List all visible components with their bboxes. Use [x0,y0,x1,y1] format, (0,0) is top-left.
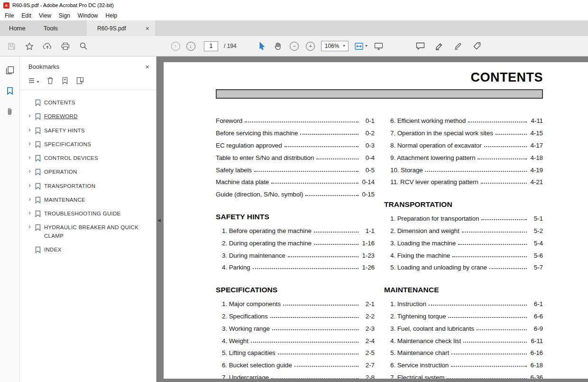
bookmarks-panel-icon[interactable] [7,87,13,95]
toc-entry-page: 1-23 [360,252,375,259]
select-tool-icon[interactable] [257,39,268,53]
toc-entry-title: 1. Preparation for transportation [390,215,479,222]
fit-width-icon[interactable]: ▾ [353,39,368,53]
expand-bookmark-icon[interactable] [76,77,84,84]
bookmark-list: CONTENTS›FOREWORD›SAFETY HINTS›SPECIFICA… [20,90,156,382]
chevron-right-icon[interactable]: › [27,196,32,202]
highlight-icon[interactable] [433,39,445,53]
sign-pen-icon[interactable] [452,39,464,53]
chevron-right-icon[interactable]: › [27,127,32,133]
toc-entry: 4. Maintenance check list6-11 [384,332,543,345]
page-thumbnails-icon[interactable] [6,66,14,75]
delete-bookmark-icon[interactable] [47,77,54,84]
tab-home[interactable]: Home [0,20,35,36]
toc-entry-title: 4. Fixing the machine [390,252,450,259]
chevron-right-icon[interactable]: › [27,224,32,230]
search-icon[interactable] [78,39,89,53]
toc-entry-title: 2. During operating the machine [222,240,312,247]
toc-entry-page: 4-11 [529,117,543,124]
menu-file[interactable]: File [1,11,18,20]
chevron-right-icon[interactable]: › [27,140,32,147]
presentation-mode-icon[interactable] [373,39,384,53]
bookmark-icon [35,112,41,120]
bookmark-item-maintenance[interactable]: ›MAINTENANCE [26,193,154,207]
bookmark-item-transportation[interactable]: ›TRANSPORTATION [26,179,154,193]
menu-sign[interactable]: Sign [55,11,74,20]
chevron-right-icon[interactable]: › [27,210,32,216]
toc-entry: 3. Loading the machine5-4 [384,234,543,247]
close-tab-icon[interactable]: × [145,25,150,32]
menubar: File Edit View Sign Window Help [0,10,588,20]
title-underline-bar [216,89,543,99]
dot-leader [278,354,358,354]
bookmark-options-icon[interactable]: ▾ [28,78,39,84]
toc-entry-title: 1. Before operating the machine [222,227,312,234]
menu-view[interactable]: View [35,11,55,20]
toc-entry-page: 5-6 [529,252,543,259]
share-cloud-icon[interactable] [42,39,53,53]
toc-entry-page: 5-1 [529,215,543,222]
bookmark-label: SPECIFICATIONS [44,140,152,149]
toc-entry: 2. During operating the machine1-16 [216,234,375,247]
menu-help[interactable]: Help [102,11,121,20]
close-panel-icon[interactable]: × [145,63,149,71]
chevron-right-icon[interactable]: › [27,112,32,119]
document-area: ◀ CONTENTS Foreword0-1Before servicing t… [156,56,588,382]
previous-page-icon[interactable]: ↑ [170,39,181,53]
view-tools-group: − + 106% ▾ ▾ [257,39,385,53]
comment-icon[interactable] [414,39,426,53]
bookmark-item-index[interactable]: INDEX [26,243,154,257]
zoom-out-icon[interactable]: − [289,39,300,53]
toc-entry-page: 6-36 [529,374,543,379]
toc-entry-title: EC regulation approved [216,142,282,149]
toc-entry: 2. Dimension and weight5-2 [384,222,543,234]
stamp-tag-icon[interactable] [471,39,483,53]
tabbar: Home Tools R60-9S.pdf × [0,20,588,36]
toc-entry-page: 6-1 [529,300,543,307]
chevron-down-icon: ▾ [365,44,367,48]
hand-tool-icon[interactable] [273,39,284,53]
bookmark-label: HYDRAULIC BREAKER AND QUICK CLAMP [44,224,152,240]
star-icon[interactable] [24,39,35,53]
print-icon[interactable] [60,39,71,53]
toc-entry: 3. Working range2-3 [216,320,375,332]
tab-document[interactable]: R60-9S.pdf × [87,20,155,36]
bookmark-item-contents[interactable]: CONTENTS [26,96,154,110]
toc-entry-page: 4-18 [529,154,543,161]
dot-leader [429,305,527,306]
document-tab-label: R60-9S.pdf [97,25,126,32]
toc-entry-title: Foreword [216,117,242,124]
attachments-icon[interactable] [7,107,13,116]
dot-leader [272,329,358,330]
menu-edit[interactable]: Edit [18,11,35,20]
toc-right-column: 6. Efficient working method4-117. Operat… [384,112,543,379]
zoom-in-icon[interactable]: + [305,39,316,53]
dot-leader [294,366,358,367]
bookmark-item-troubleshooting-guide[interactable]: ›TROUBLESHOOTING GUIDE [26,207,154,221]
page-number-input[interactable] [204,41,218,51]
bookmark-item-foreword[interactable]: ›FOREWORD [26,110,154,123]
bookmark-item-safety-hints[interactable]: ›SAFETY HINTS [26,124,154,138]
collapse-panel-icon[interactable]: ◀ [156,214,162,226]
zoom-level-dropdown[interactable]: 106% ▾ [321,41,349,51]
save-icon[interactable] [6,39,17,53]
bookmark-item-control-devices[interactable]: ›CONTROL DEVICES [26,151,154,165]
bookmark-icon [35,246,41,253]
bookmark-item-specifications[interactable]: ›SPECIFICATIONS [26,138,154,151]
chevron-right-icon[interactable]: › [27,168,32,174]
bookmark-item-operation[interactable]: ›OPERATION [26,165,154,179]
toc-entry: 10. Storage4-19 [384,161,543,174]
toc-entry-page: 5-7 [529,264,543,271]
next-page-icon[interactable]: ↓ [185,39,196,53]
dot-leader [451,354,527,354]
chevron-right-icon[interactable]: › [27,182,32,188]
new-bookmark-icon[interactable] [62,77,68,84]
menu-window[interactable]: Window [74,11,102,20]
toc-entry-page: 6-11 [529,337,543,345]
page-title: CONTENTS [216,71,543,85]
bookmark-item-hydraulic-breaker-and-quick-clamp[interactable]: ›HYDRAULIC BREAKER AND QUICK CLAMP [26,221,154,243]
tab-tools[interactable]: Tools [35,20,67,36]
toc-columns: Foreword0-1Before servicing this machine… [216,112,543,379]
toc-entry-title: 1. Major components [222,300,281,307]
chevron-right-icon[interactable]: › [27,154,32,160]
